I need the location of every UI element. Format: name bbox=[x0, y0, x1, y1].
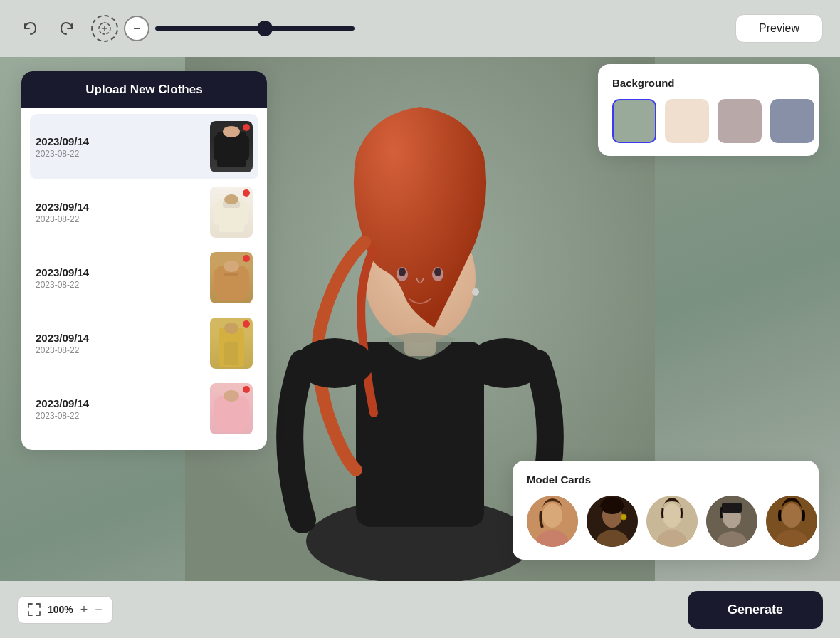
model-avatar-3[interactable] bbox=[646, 496, 698, 547]
clothing-item-2-subdate: 2023-08-22 bbox=[36, 214, 210, 224]
svg-point-15 bbox=[472, 288, 479, 296]
svg-point-49 bbox=[782, 503, 802, 528]
color-swatch-3[interactable] bbox=[718, 99, 762, 143]
clothing-item-4-subdate: 2023-08-22 bbox=[36, 345, 210, 355]
clothing-item-1-info: 2023/09/14 2023-08-22 bbox=[36, 135, 210, 159]
color-swatch-2[interactable] bbox=[665, 99, 709, 143]
zoom-display: 100% + − bbox=[17, 596, 113, 624]
svg-rect-6 bbox=[356, 342, 484, 527]
redo-button[interactable] bbox=[54, 16, 80, 41]
clothing-item-4-info: 2023/09/14 2023-08-22 bbox=[36, 332, 210, 355]
clothing-item-2-thumb bbox=[210, 187, 253, 238]
model-avatar-5[interactable] bbox=[766, 496, 817, 547]
zoom-out-button[interactable] bbox=[124, 16, 149, 41]
clothing-item-1-subdate: 2023-08-22 bbox=[36, 149, 210, 159]
generate-button[interactable]: Generate bbox=[688, 591, 823, 629]
svg-point-31 bbox=[224, 323, 238, 334]
svg-point-38 bbox=[542, 503, 562, 528]
svg-rect-47 bbox=[722, 503, 742, 513]
zoom-percentage: 100% bbox=[48, 604, 73, 615]
svg-point-14 bbox=[434, 268, 441, 276]
undo-button[interactable] bbox=[17, 16, 43, 41]
model-cards-panel: Model Cards bbox=[513, 461, 819, 560]
upload-panel-body: 2023/09/14 2023-08-22 2023/09/14 bbox=[21, 108, 267, 450]
clothing-item-5-subdate: 2023-08-22 bbox=[36, 411, 210, 421]
background-panel-title: Background bbox=[612, 77, 804, 89]
svg-rect-28 bbox=[241, 269, 249, 293]
clothing-item-2-info: 2023/09/14 2023-08-22 bbox=[36, 201, 210, 224]
color-swatch-1[interactable] bbox=[612, 99, 656, 143]
model-avatar-4[interactable] bbox=[706, 496, 757, 547]
zoom-minus-button[interactable]: − bbox=[95, 602, 103, 617]
bottom-bar: 100% + − Generate bbox=[0, 581, 840, 638]
clothing-item-2-date: 2023/09/14 bbox=[36, 201, 210, 213]
svg-rect-23 bbox=[214, 202, 221, 225]
clothing-item-3[interactable]: 2023/09/14 2023-08-22 bbox=[30, 245, 258, 310]
upload-panel-header: Upload New Clothes bbox=[21, 71, 267, 108]
clothing-item-3-subdate: 2023-08-22 bbox=[36, 280, 210, 290]
zoom-plus-button[interactable]: + bbox=[80, 602, 88, 617]
clothing-item-3-thumb bbox=[210, 252, 253, 303]
clothing-item-1[interactable]: 2023/09/14 2023-08-22 bbox=[30, 114, 258, 179]
svg-rect-19 bbox=[241, 135, 249, 160]
clothing-item-4[interactable]: 2023/09/14 2023-08-22 bbox=[30, 310, 258, 376]
zoom-in-circle[interactable] bbox=[91, 15, 118, 42]
svg-rect-32 bbox=[224, 342, 238, 365]
canvas-area: Upload New Clothes 2023/09/14 2023-08-22 bbox=[0, 57, 840, 581]
svg-point-17 bbox=[223, 126, 240, 137]
clothing-item-5-thumb bbox=[210, 383, 253, 434]
background-panel: Background bbox=[598, 64, 819, 156]
svg-point-22 bbox=[224, 194, 238, 204]
clothing-item-1-date: 2023/09/14 bbox=[36, 135, 210, 147]
zoom-controls bbox=[91, 15, 724, 42]
model-avatar-2[interactable] bbox=[587, 496, 638, 547]
clothing-item-1-thumb bbox=[210, 121, 253, 172]
clothing-item-2[interactable]: 2023/09/14 2023-08-22 bbox=[30, 179, 258, 245]
svg-rect-35 bbox=[214, 399, 221, 422]
toolbar: Preview bbox=[0, 0, 840, 57]
clothing-item-5-date: 2023/09/14 bbox=[36, 397, 210, 409]
svg-rect-18 bbox=[214, 135, 222, 160]
color-swatches bbox=[612, 99, 804, 143]
svg-point-44 bbox=[663, 503, 681, 528]
clothing-item-4-thumb bbox=[210, 318, 253, 369]
svg-rect-36 bbox=[241, 399, 249, 422]
color-swatch-4[interactable] bbox=[770, 99, 814, 143]
model-cards-grid bbox=[527, 496, 804, 547]
svg-point-26 bbox=[224, 261, 239, 272]
svg-rect-27 bbox=[214, 269, 221, 293]
upload-panel: Upload New Clothes 2023/09/14 2023-08-22 bbox=[21, 71, 267, 450]
clothing-item-3-date: 2023/09/14 bbox=[36, 266, 210, 278]
svg-rect-24 bbox=[241, 202, 248, 225]
svg-rect-29 bbox=[224, 273, 238, 276]
model-cards-title: Model Cards bbox=[527, 474, 804, 486]
expand-icon bbox=[28, 603, 41, 616]
svg-point-42 bbox=[621, 514, 626, 520]
svg-point-34 bbox=[224, 390, 239, 402]
model-avatar-1[interactable] bbox=[527, 496, 578, 547]
clothing-item-5-info: 2023/09/14 2023-08-22 bbox=[36, 397, 210, 421]
preview-button[interactable]: Preview bbox=[735, 14, 823, 43]
clothing-item-4-date: 2023/09/14 bbox=[36, 332, 210, 344]
svg-point-13 bbox=[399, 268, 406, 276]
clothing-item-3-info: 2023/09/14 2023-08-22 bbox=[36, 266, 210, 290]
clothing-item-5[interactable]: 2023/09/14 2023-08-22 bbox=[30, 376, 258, 441]
